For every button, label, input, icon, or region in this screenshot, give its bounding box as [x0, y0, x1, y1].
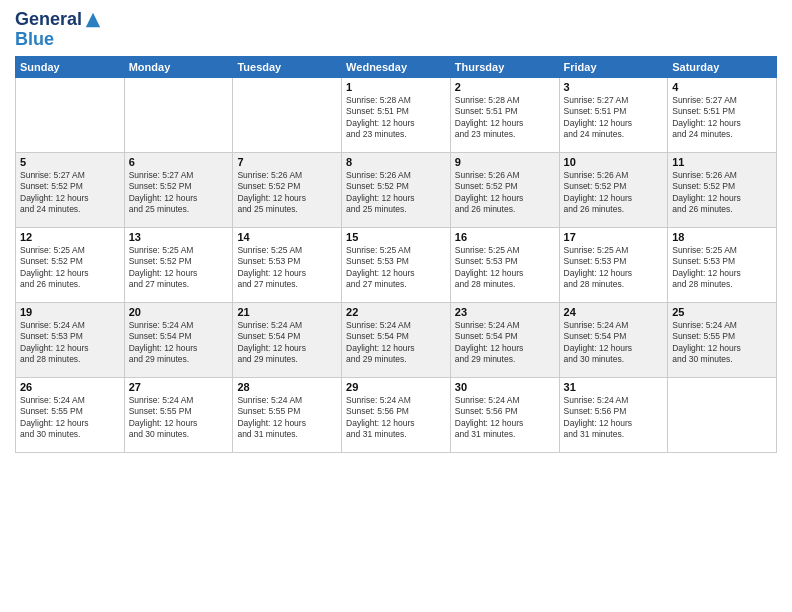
cell-details: Sunrise: 5:26 AM Sunset: 5:52 PM Dayligh…	[672, 170, 772, 216]
cell-details: Sunrise: 5:26 AM Sunset: 5:52 PM Dayligh…	[455, 170, 555, 216]
day-number: 7	[237, 156, 337, 168]
calendar-cell	[668, 377, 777, 452]
cell-details: Sunrise: 5:26 AM Sunset: 5:52 PM Dayligh…	[346, 170, 446, 216]
cell-details: Sunrise: 5:26 AM Sunset: 5:52 PM Dayligh…	[237, 170, 337, 216]
day-number: 13	[129, 231, 229, 243]
calendar-week-row: 5Sunrise: 5:27 AM Sunset: 5:52 PM Daylig…	[16, 152, 777, 227]
calendar-cell: 2Sunrise: 5:28 AM Sunset: 5:51 PM Daylig…	[450, 77, 559, 152]
cell-details: Sunrise: 5:25 AM Sunset: 5:53 PM Dayligh…	[346, 245, 446, 291]
cell-details: Sunrise: 5:27 AM Sunset: 5:52 PM Dayligh…	[129, 170, 229, 216]
day-number: 25	[672, 306, 772, 318]
day-number: 18	[672, 231, 772, 243]
day-number: 22	[346, 306, 446, 318]
calendar-cell: 13Sunrise: 5:25 AM Sunset: 5:52 PM Dayli…	[124, 227, 233, 302]
calendar-cell: 16Sunrise: 5:25 AM Sunset: 5:53 PM Dayli…	[450, 227, 559, 302]
cell-details: Sunrise: 5:25 AM Sunset: 5:53 PM Dayligh…	[564, 245, 664, 291]
calendar-cell: 19Sunrise: 5:24 AM Sunset: 5:53 PM Dayli…	[16, 302, 125, 377]
cell-details: Sunrise: 5:27 AM Sunset: 5:52 PM Dayligh…	[20, 170, 120, 216]
calendar-cell: 14Sunrise: 5:25 AM Sunset: 5:53 PM Dayli…	[233, 227, 342, 302]
calendar-cell	[124, 77, 233, 152]
day-number: 31	[564, 381, 664, 393]
cell-details: Sunrise: 5:25 AM Sunset: 5:52 PM Dayligh…	[20, 245, 120, 291]
day-number: 24	[564, 306, 664, 318]
calendar-cell: 17Sunrise: 5:25 AM Sunset: 5:53 PM Dayli…	[559, 227, 668, 302]
calendar-cell: 30Sunrise: 5:24 AM Sunset: 5:56 PM Dayli…	[450, 377, 559, 452]
cell-details: Sunrise: 5:27 AM Sunset: 5:51 PM Dayligh…	[564, 95, 664, 141]
day-number: 12	[20, 231, 120, 243]
day-number: 15	[346, 231, 446, 243]
calendar-header-thursday: Thursday	[450, 56, 559, 77]
calendar-cell: 11Sunrise: 5:26 AM Sunset: 5:52 PM Dayli…	[668, 152, 777, 227]
cell-details: Sunrise: 5:24 AM Sunset: 5:54 PM Dayligh…	[129, 320, 229, 366]
calendar-cell: 3Sunrise: 5:27 AM Sunset: 5:51 PM Daylig…	[559, 77, 668, 152]
cell-details: Sunrise: 5:25 AM Sunset: 5:53 PM Dayligh…	[455, 245, 555, 291]
calendar-body: 1Sunrise: 5:28 AM Sunset: 5:51 PM Daylig…	[16, 77, 777, 452]
calendar-cell: 20Sunrise: 5:24 AM Sunset: 5:54 PM Dayli…	[124, 302, 233, 377]
day-number: 21	[237, 306, 337, 318]
day-number: 27	[129, 381, 229, 393]
calendar-cell	[233, 77, 342, 152]
day-number: 19	[20, 306, 120, 318]
day-number: 5	[20, 156, 120, 168]
calendar-cell: 9Sunrise: 5:26 AM Sunset: 5:52 PM Daylig…	[450, 152, 559, 227]
calendar-week-row: 12Sunrise: 5:25 AM Sunset: 5:52 PM Dayli…	[16, 227, 777, 302]
cell-details: Sunrise: 5:24 AM Sunset: 5:54 PM Dayligh…	[346, 320, 446, 366]
cell-details: Sunrise: 5:25 AM Sunset: 5:53 PM Dayligh…	[672, 245, 772, 291]
day-number: 9	[455, 156, 555, 168]
calendar-cell: 31Sunrise: 5:24 AM Sunset: 5:56 PM Dayli…	[559, 377, 668, 452]
calendar-cell: 23Sunrise: 5:24 AM Sunset: 5:54 PM Dayli…	[450, 302, 559, 377]
cell-details: Sunrise: 5:24 AM Sunset: 5:54 PM Dayligh…	[237, 320, 337, 366]
cell-details: Sunrise: 5:24 AM Sunset: 5:54 PM Dayligh…	[564, 320, 664, 366]
calendar-week-row: 26Sunrise: 5:24 AM Sunset: 5:55 PM Dayli…	[16, 377, 777, 452]
calendar-week-row: 19Sunrise: 5:24 AM Sunset: 5:53 PM Dayli…	[16, 302, 777, 377]
calendar-week-row: 1Sunrise: 5:28 AM Sunset: 5:51 PM Daylig…	[16, 77, 777, 152]
day-number: 4	[672, 81, 772, 93]
day-number: 8	[346, 156, 446, 168]
cell-details: Sunrise: 5:24 AM Sunset: 5:53 PM Dayligh…	[20, 320, 120, 366]
cell-details: Sunrise: 5:25 AM Sunset: 5:53 PM Dayligh…	[237, 245, 337, 291]
svg-marker-0	[86, 13, 100, 27]
day-number: 2	[455, 81, 555, 93]
calendar-cell: 22Sunrise: 5:24 AM Sunset: 5:54 PM Dayli…	[342, 302, 451, 377]
cell-details: Sunrise: 5:28 AM Sunset: 5:51 PM Dayligh…	[346, 95, 446, 141]
calendar-cell: 27Sunrise: 5:24 AM Sunset: 5:55 PM Dayli…	[124, 377, 233, 452]
calendar-header-tuesday: Tuesday	[233, 56, 342, 77]
calendar-cell: 4Sunrise: 5:27 AM Sunset: 5:51 PM Daylig…	[668, 77, 777, 152]
calendar-cell: 6Sunrise: 5:27 AM Sunset: 5:52 PM Daylig…	[124, 152, 233, 227]
day-number: 28	[237, 381, 337, 393]
day-number: 30	[455, 381, 555, 393]
logo-general: General	[15, 10, 82, 30]
day-number: 11	[672, 156, 772, 168]
calendar-cell: 29Sunrise: 5:24 AM Sunset: 5:56 PM Dayli…	[342, 377, 451, 452]
cell-details: Sunrise: 5:26 AM Sunset: 5:52 PM Dayligh…	[564, 170, 664, 216]
logo: General Blue	[15, 10, 102, 50]
calendar-cell: 7Sunrise: 5:26 AM Sunset: 5:52 PM Daylig…	[233, 152, 342, 227]
cell-details: Sunrise: 5:25 AM Sunset: 5:52 PM Dayligh…	[129, 245, 229, 291]
day-number: 20	[129, 306, 229, 318]
cell-details: Sunrise: 5:24 AM Sunset: 5:55 PM Dayligh…	[237, 395, 337, 441]
calendar-cell: 5Sunrise: 5:27 AM Sunset: 5:52 PM Daylig…	[16, 152, 125, 227]
day-number: 3	[564, 81, 664, 93]
cell-details: Sunrise: 5:24 AM Sunset: 5:56 PM Dayligh…	[346, 395, 446, 441]
calendar-header-saturday: Saturday	[668, 56, 777, 77]
day-number: 16	[455, 231, 555, 243]
calendar-cell: 21Sunrise: 5:24 AM Sunset: 5:54 PM Dayli…	[233, 302, 342, 377]
logo-blue: Blue	[15, 29, 54, 49]
cell-details: Sunrise: 5:24 AM Sunset: 5:56 PM Dayligh…	[564, 395, 664, 441]
calendar-cell: 1Sunrise: 5:28 AM Sunset: 5:51 PM Daylig…	[342, 77, 451, 152]
calendar-cell: 15Sunrise: 5:25 AM Sunset: 5:53 PM Dayli…	[342, 227, 451, 302]
day-number: 10	[564, 156, 664, 168]
calendar-cell: 26Sunrise: 5:24 AM Sunset: 5:55 PM Dayli…	[16, 377, 125, 452]
calendar-cell: 12Sunrise: 5:25 AM Sunset: 5:52 PM Dayli…	[16, 227, 125, 302]
calendar-cell: 24Sunrise: 5:24 AM Sunset: 5:54 PM Dayli…	[559, 302, 668, 377]
cell-details: Sunrise: 5:24 AM Sunset: 5:55 PM Dayligh…	[129, 395, 229, 441]
cell-details: Sunrise: 5:24 AM Sunset: 5:55 PM Dayligh…	[20, 395, 120, 441]
calendar-header-sunday: Sunday	[16, 56, 125, 77]
cell-details: Sunrise: 5:24 AM Sunset: 5:55 PM Dayligh…	[672, 320, 772, 366]
day-number: 17	[564, 231, 664, 243]
calendar-header-wednesday: Wednesday	[342, 56, 451, 77]
calendar-cell: 28Sunrise: 5:24 AM Sunset: 5:55 PM Dayli…	[233, 377, 342, 452]
calendar-header-row: SundayMondayTuesdayWednesdayThursdayFrid…	[16, 56, 777, 77]
calendar-cell	[16, 77, 125, 152]
calendar-cell: 25Sunrise: 5:24 AM Sunset: 5:55 PM Dayli…	[668, 302, 777, 377]
